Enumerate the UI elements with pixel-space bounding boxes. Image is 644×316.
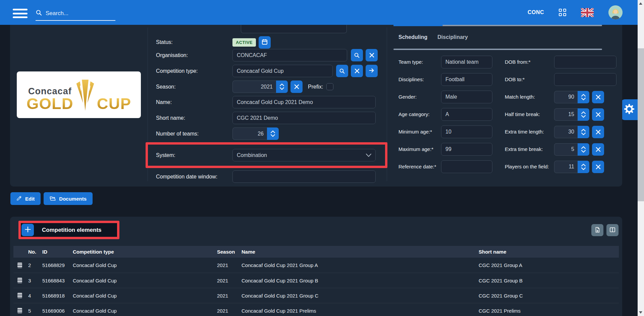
menu-icon[interactable] xyxy=(13,9,28,18)
row-grip-icon[interactable] xyxy=(17,278,22,283)
competition-type-clear-button[interactable] xyxy=(351,65,363,77)
short-name-input[interactable] xyxy=(232,112,376,124)
season-spinner[interactable] xyxy=(276,81,288,93)
panel-text-input[interactable] xyxy=(441,56,492,68)
col-no: No. xyxy=(28,249,42,255)
spinner-buttons[interactable] xyxy=(578,91,589,103)
plus-icon xyxy=(24,226,31,234)
panel-field-label: DOB from:* xyxy=(505,59,554,65)
season-clear-button[interactable] xyxy=(290,81,303,93)
season-input[interactable] xyxy=(232,81,276,93)
table-row[interactable]: 5 51669006 Concacaf Gold Cup 2021 Concac… xyxy=(13,303,619,316)
table-row[interactable]: 4 51668918 Concacaf Gold Cup 2021 Concac… xyxy=(13,288,619,303)
documents-button[interactable]: Documents xyxy=(44,192,93,205)
panel-grid: Team type:DOB from:*Disciplines:DOB to:*… xyxy=(398,53,610,175)
panel-text-input[interactable] xyxy=(441,160,492,173)
add-element-button[interactable] xyxy=(21,224,34,236)
export-excel-button[interactable] xyxy=(591,224,603,236)
table-row[interactable]: 3 51668843 Concacaf Gold Cup 2021 Concac… xyxy=(13,273,619,288)
gear-icon xyxy=(623,102,636,117)
user-avatar[interactable] xyxy=(608,5,623,19)
col-season: Season xyxy=(217,249,241,255)
tab-scroll-indicator[interactable] xyxy=(393,25,602,26)
date-window-input[interactable] xyxy=(232,170,376,183)
panel-text-input[interactable] xyxy=(441,91,492,103)
panel-field-label: Age category: xyxy=(398,111,441,118)
cropped-input[interactable] xyxy=(241,25,347,33)
panel-field-label: Maximum age:* xyxy=(398,146,441,153)
panel-text-input[interactable] xyxy=(441,125,492,138)
spinner-buttons[interactable] xyxy=(578,161,589,173)
system-select[interactable]: Combination xyxy=(232,149,376,161)
row-grip-icon[interactable] xyxy=(17,263,22,268)
status-label: Status: xyxy=(156,39,232,45)
global-search xyxy=(36,9,115,21)
clear-button[interactable] xyxy=(592,91,604,103)
cell-competition-type: Concacaf Gold Cup xyxy=(73,278,217,283)
page-scrollbar[interactable] xyxy=(638,0,644,316)
row-grip-icon[interactable] xyxy=(17,293,22,298)
annotation-box-competition-elements: Competition elements xyxy=(18,221,119,239)
name-input[interactable] xyxy=(232,96,376,108)
clear-button[interactable] xyxy=(592,108,604,121)
row-grip-icon[interactable] xyxy=(17,308,22,313)
clear-button[interactable] xyxy=(592,143,604,156)
status-history-button[interactable] xyxy=(259,36,271,49)
competition-form: Status: ACTIVE Organisation: xyxy=(148,25,387,187)
panel-text-input[interactable] xyxy=(441,108,492,121)
documents-button-label: Documents xyxy=(59,196,87,202)
number-of-teams-spinner[interactable] xyxy=(267,127,279,140)
number-of-teams-input[interactable] xyxy=(232,127,267,140)
columns-button[interactable] xyxy=(606,224,619,236)
app-window: CONC xyxy=(0,0,644,316)
prefix-checkbox[interactable] xyxy=(326,83,333,90)
spinner-buttons[interactable] xyxy=(578,108,589,121)
competition-type-input[interactable] xyxy=(232,65,333,77)
spinner-buttons[interactable] xyxy=(578,126,589,138)
panel-text-input[interactable] xyxy=(554,56,616,68)
panel-number-input[interactable] xyxy=(554,161,578,173)
apps-grid-icon[interactable] xyxy=(559,9,566,16)
competition-type-search-button[interactable] xyxy=(336,65,348,77)
cell-id: 51668829 xyxy=(42,262,73,268)
panel-number-input[interactable] xyxy=(554,91,578,103)
logo-cup-text: CUP xyxy=(97,97,131,111)
tab-disciplinary[interactable]: Disciplinary xyxy=(437,34,468,40)
cell-name: Concacaf Gold Cup 2021 Group A xyxy=(241,262,479,268)
spinner-buttons[interactable] xyxy=(578,143,589,156)
chevron-down-icon xyxy=(366,152,371,158)
clear-button[interactable] xyxy=(592,126,604,138)
tab-scheduling[interactable]: Scheduling xyxy=(398,34,427,40)
panel-number-input[interactable] xyxy=(554,143,578,156)
cell-no: 5 xyxy=(28,308,42,314)
panel-text-input[interactable] xyxy=(554,73,616,86)
competition-type-goto-button[interactable] xyxy=(366,65,378,77)
cell-id: 51669006 xyxy=(42,308,73,314)
panel-number-input[interactable] xyxy=(554,126,578,138)
table-row[interactable]: 2 51668829 Concacaf Gold Cup 2021 Concac… xyxy=(13,258,619,273)
panel-field-label: Match length: xyxy=(505,94,554,100)
panel-number-input[interactable] xyxy=(554,108,578,121)
number-of-teams-label: Number of teams: xyxy=(156,131,232,137)
search-input[interactable] xyxy=(46,10,106,17)
organisation-search-button[interactable] xyxy=(351,49,363,61)
organisation-clear-button[interactable] xyxy=(366,49,378,61)
cell-id: 51668843 xyxy=(42,278,73,283)
system-label: System: xyxy=(156,152,232,158)
scrollbar-thumb[interactable] xyxy=(638,48,644,201)
edit-button[interactable]: Edit xyxy=(10,192,41,205)
organisation-code-label[interactable]: CONC xyxy=(528,9,544,15)
scrollbar-up-arrow[interactable] xyxy=(639,2,642,5)
panel-text-input[interactable] xyxy=(441,73,492,86)
language-flag-uk[interactable] xyxy=(581,8,594,17)
clear-button[interactable] xyxy=(592,161,604,173)
organisation-input[interactable] xyxy=(232,49,347,61)
scrollbar-down-arrow[interactable] xyxy=(639,311,642,314)
date-window-label: Competition date window: xyxy=(156,174,232,180)
cell-competition-type: Concacaf Gold Cup xyxy=(73,293,217,299)
settings-fab[interactable] xyxy=(621,99,638,120)
status-badge: ACTIVE xyxy=(232,38,256,47)
app-header: CONC xyxy=(0,0,644,25)
panel-text-input[interactable] xyxy=(441,143,492,156)
cell-season: 2021 xyxy=(217,308,241,314)
